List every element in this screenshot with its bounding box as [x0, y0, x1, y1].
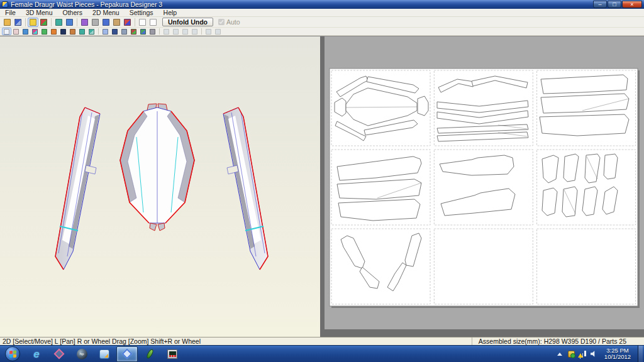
pepakura-designer-window: Female Draugr Waist Pieces - Pepakura De… [0, 0, 644, 362]
show-desktop-button[interactable] [638, 346, 643, 362]
taskbar: 3:25 PM 10/1/2012 [0, 345, 644, 362]
taskbar-item-internet-explorer[interactable] [26, 346, 47, 362]
pepakura-designer-icon [122, 349, 133, 359]
align-right-icon [182, 29, 188, 35]
layout-single-window-icon[interactable] [137, 18, 148, 27]
security-shield-icon[interactable] [567, 350, 575, 358]
network-warning-icon [579, 350, 586, 358]
battery-icon [42, 29, 47, 35]
auto-checkbox[interactable] [218, 19, 225, 25]
dark-screen-icon[interactable] [58, 28, 68, 35]
network-warning-icon[interactable] [579, 350, 586, 358]
part-outline[interactable] [540, 75, 629, 136]
3d-canvas[interactable] [0, 36, 320, 337]
color-swirl-icon [32, 29, 38, 35]
window-controls: –□× [593, 1, 644, 8]
toolbar-separator [159, 28, 160, 35]
box-tool-icon[interactable] [111, 18, 122, 27]
part-outline[interactable] [337, 156, 421, 221]
texture-light-icon[interactable] [28, 18, 38, 27]
menu-file[interactable]: File [0, 9, 21, 17]
rotate-view-right-icon[interactable] [64, 18, 75, 27]
anchor-tool-icon[interactable] [101, 18, 111, 27]
pen-edit-icon[interactable] [79, 18, 90, 27]
fit-screen-icon[interactable] [21, 28, 30, 35]
material-sphere-icon[interactable] [38, 18, 49, 27]
clock-date: 10/1/2012 [601, 354, 634, 361]
fern-plant-icon [145, 348, 154, 359]
toolbar-separator [98, 28, 99, 35]
redo-icon[interactable] [87, 28, 96, 35]
pen-edit-icon [81, 19, 88, 26]
menu-3d-menu[interactable]: 3D Menu [21, 9, 58, 17]
taskbar-item-pepakura-viewer[interactable] [48, 346, 70, 362]
part-info-icon[interactable] [119, 28, 129, 35]
marquee-zoom-icon[interactable] [101, 28, 110, 35]
image-export-icon [140, 29, 146, 35]
rotate-view-left-icon[interactable] [53, 18, 64, 27]
undo-icon[interactable] [77, 28, 87, 35]
magnet-tool-icon [124, 19, 131, 26]
pin-tool-icon [92, 19, 99, 26]
close-button[interactable]: × [622, 1, 642, 8]
select-move-icon[interactable] [2, 28, 11, 35]
color-swirl-icon[interactable] [30, 28, 40, 35]
3d-model-view[interactable] [0, 36, 320, 337]
taskbar-item-hp-globe[interactable] [71, 346, 92, 362]
image-export-icon[interactable] [138, 28, 148, 35]
undo-icon [79, 29, 85, 35]
menu-2d-menu[interactable]: 2D Menu [87, 9, 125, 17]
flip-piece-icon[interactable] [68, 28, 77, 35]
align-left-icon [164, 29, 169, 35]
2d-canvas[interactable] [325, 36, 644, 337]
magnet-tool-icon[interactable] [122, 18, 133, 27]
rotate-part-cw-icon[interactable] [213, 28, 223, 35]
taskbar-item-instrument-device[interactable] [162, 346, 183, 362]
volume-icon[interactable] [590, 350, 597, 358]
maximize-button[interactable]: □ [608, 1, 621, 8]
taskbar-item-fern-plant[interactable] [139, 346, 160, 362]
align-left-icon[interactable] [162, 28, 171, 35]
align-right-icon[interactable] [180, 28, 190, 35]
save-file-icon[interactable] [13, 18, 23, 27]
show-hidden-icons-arrow [557, 353, 562, 356]
instrument-device-icon [167, 349, 177, 359]
minimize-button[interactable]: – [593, 1, 607, 8]
toolbar-2d [0, 28, 644, 36]
paint-parts-icon[interactable] [129, 28, 138, 35]
taskbar-item-pepakura-designer[interactable] [116, 346, 138, 362]
taskbar-item-photo-viewer[interactable] [94, 346, 115, 362]
layout-split-window-icon[interactable] [148, 18, 158, 27]
pane-splitter[interactable] [320, 36, 325, 337]
rotate-view-right-icon [66, 19, 73, 26]
content-area [0, 36, 644, 337]
menu-help[interactable]: Help [158, 9, 182, 17]
show-hidden-icons-arrow[interactable] [556, 350, 564, 358]
unfold-undo-button[interactable]: Unfold Undo [162, 18, 213, 26]
battery-icon[interactable] [40, 28, 49, 35]
print-icon[interactable] [148, 28, 157, 35]
auto-checkbox-group: Auto [218, 18, 240, 26]
system-tray: 3:25 PM 10/1/2012 [556, 346, 644, 362]
select-lasso-icon [13, 29, 19, 35]
pin-tool-icon[interactable] [90, 18, 101, 27]
align-top-icon[interactable] [171, 28, 180, 35]
2d-pattern-view[interactable] [325, 36, 644, 337]
menu-others[interactable]: Others [58, 9, 88, 17]
select-lasso-icon[interactable] [11, 28, 21, 35]
rotate-part-ccw-icon[interactable] [204, 28, 213, 35]
flip-piece-icon [70, 29, 75, 35]
align-bottom-icon [192, 29, 197, 35]
align-bottom-icon[interactable] [190, 28, 199, 35]
toolbar-main: Unfold Undo Auto [0, 17, 644, 28]
security-shield-icon [568, 351, 575, 358]
menu-settings[interactable]: Settings [125, 9, 158, 17]
internet-explorer-icon [33, 349, 39, 359]
taskbar-clock[interactable]: 3:25 PM 10/1/2012 [601, 348, 634, 361]
text-box-icon[interactable] [49, 28, 58, 35]
start-button[interactable] [1, 346, 25, 362]
binoculars-icon[interactable] [110, 28, 119, 35]
rotate-part-ccw-icon [206, 29, 211, 35]
open-file-icon[interactable] [2, 18, 13, 27]
titlebar[interactable]: Female Draugr Waist Pieces - Pepakura De… [0, 0, 644, 9]
